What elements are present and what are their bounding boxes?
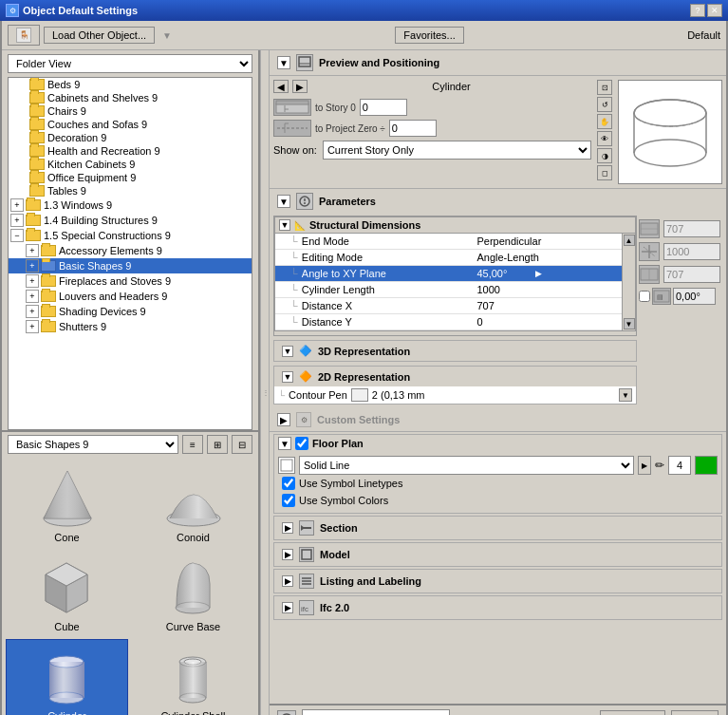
load-object-button[interactable]: Load Other Object... bbox=[44, 27, 155, 44]
help-button[interactable]: ? bbox=[690, 4, 705, 17]
expand-icon[interactable]: + bbox=[26, 320, 39, 333]
tree-item-basic-shapes[interactable]: + Basic Shapes 9 bbox=[9, 258, 252, 273]
listing-section[interactable]: ▶ Listing and Labeling bbox=[273, 569, 722, 593]
model-collapse-btn[interactable]: ▶ bbox=[282, 549, 293, 560]
param-row-dist-x[interactable]: └Distance X 707 bbox=[275, 298, 635, 314]
2d-collapse-btn[interactable]: ▼ bbox=[282, 371, 293, 383]
value-input-2[interactable] bbox=[663, 243, 720, 260]
large-grid-btn[interactable]: ⊟ bbox=[232, 435, 252, 454]
angle-checkbox[interactable] bbox=[639, 291, 650, 302]
value-input-3[interactable] bbox=[663, 266, 720, 283]
render-btn[interactable]: ◻ bbox=[597, 165, 612, 180]
3d-rep-section[interactable]: ▼ 🔷 3D Representation bbox=[273, 340, 637, 362]
tree-item-shading[interactable]: + Shading Devices 9 bbox=[9, 304, 252, 319]
object-type-icon-btn[interactable]: 🪑 bbox=[8, 25, 40, 46]
shape-cylinder[interactable]: Cylinder bbox=[6, 639, 128, 715]
expand-icon[interactable]: + bbox=[26, 244, 39, 257]
project-zero-input[interactable] bbox=[389, 120, 437, 137]
param-row-length[interactable]: └Cylinder Length 1000 bbox=[275, 282, 635, 298]
3d-collapse-btn[interactable]: ▼ bbox=[282, 346, 293, 357]
param-row-end-mode[interactable]: └End Mode Perpendicular bbox=[275, 234, 635, 250]
shape-cone[interactable]: Cone bbox=[6, 461, 128, 546]
line-dropdown-arrow[interactable]: ▶ bbox=[638, 456, 651, 475]
param-row-angle[interactable]: └Angle to XY Plane 45,00°▶ bbox=[275, 266, 635, 282]
panel-divider[interactable]: ⋮ bbox=[260, 50, 270, 715]
show-on-dropdown[interactable]: Current Story Only bbox=[323, 141, 591, 160]
custom-collapse-btn[interactable]: ▶ bbox=[277, 413, 290, 426]
ifc-section[interactable]: ▶ ifc Ifc 2.0 bbox=[273, 595, 722, 620]
expand-icon[interactable]: + bbox=[26, 290, 39, 303]
list-view-btn[interactable]: ≡ bbox=[182, 435, 203, 454]
struct-collapse-btn[interactable]: ▼ bbox=[279, 219, 290, 231]
tree-item-shutters[interactable]: + Shutters 9 bbox=[9, 319, 252, 334]
zoom-fit-btn[interactable]: ⊡ bbox=[597, 80, 612, 95]
section-collapse-btn[interactable]: ▶ bbox=[282, 522, 293, 534]
contour-pen-scroll-down[interactable]: ▼ bbox=[619, 388, 632, 402]
color-box[interactable] bbox=[695, 456, 718, 475]
custom-settings-section[interactable]: ▶ ⚙ Custom Settings bbox=[270, 408, 726, 432]
next-object-btn[interactable]: ▶ bbox=[292, 80, 308, 93]
params-collapse-btn[interactable]: ▼ bbox=[277, 195, 290, 208]
line-type-dropdown[interactable]: Solid Line bbox=[299, 456, 634, 475]
2d-rep-header[interactable]: ▼ 🔶 2D Representation bbox=[274, 367, 636, 386]
params-scroll-down[interactable]: ▼ bbox=[624, 318, 635, 329]
expand-icon[interactable]: + bbox=[26, 274, 39, 288]
shape-cylinder-shell[interactable]: Cylinder Shell bbox=[132, 639, 254, 715]
grid-view-btn[interactable]: ⊞ bbox=[207, 435, 228, 454]
shade-btn[interactable]: ◑ bbox=[597, 148, 612, 163]
folder-view-dropdown[interactable]: Folder View bbox=[8, 54, 252, 73]
tree-item-tables[interactable]: Tables 9 bbox=[9, 184, 252, 198]
model-section[interactable]: ▶ Model bbox=[273, 542, 722, 567]
tree-item-windows[interactable]: + 1.3 Windows 9 bbox=[9, 198, 252, 213]
tree-item-cabinets[interactable]: Cabinets and Shelves 9 bbox=[9, 91, 252, 104]
contour-pen-swatch[interactable] bbox=[351, 388, 368, 402]
view-btn[interactable]: 👁 bbox=[597, 131, 612, 146]
expand-icon[interactable]: + bbox=[10, 198, 24, 212]
title-bar: ⚙ Object Default Settings ? ✕ bbox=[0, 0, 728, 21]
tree-item-office[interactable]: Office Equipment 9 bbox=[9, 171, 252, 184]
params-scroll-up[interactable]: ▲ bbox=[624, 235, 635, 246]
floor-plan-checkbox[interactable] bbox=[295, 437, 308, 450]
tree-item-couches[interactable]: Couches and Sofas 9 bbox=[9, 118, 252, 131]
value-input-1[interactable] bbox=[663, 220, 720, 237]
tree-item-decoration[interactable]: Decoration 9 bbox=[9, 131, 252, 144]
expand-icon[interactable]: + bbox=[26, 305, 39, 318]
angle-value-input[interactable] bbox=[673, 288, 716, 305]
shape-curve-base[interactable]: Curve Base bbox=[132, 550, 254, 635]
ok-button[interactable]: OK bbox=[671, 710, 719, 715]
favorites-button[interactable]: Favorites... bbox=[395, 27, 463, 44]
use-symbol-colors-checkbox[interactable] bbox=[282, 494, 295, 507]
floor-plan-collapse-btn[interactable]: ▼ bbox=[278, 437, 291, 450]
expand-icon[interactable]: + bbox=[10, 214, 24, 227]
tree-item-kitchen[interactable]: Kitchen Cabinets 9 bbox=[9, 158, 252, 171]
param-row-editing-mode[interactable]: └Editing Mode Angle-Length bbox=[275, 250, 635, 266]
section-section[interactable]: ▶ Section bbox=[273, 516, 722, 540]
expand-icon[interactable]: + bbox=[26, 259, 39, 273]
close-button[interactable]: ✕ bbox=[707, 4, 722, 17]
tree-item-louvers[interactable]: + Louvers and Headers 9 bbox=[9, 289, 252, 304]
cancel-button[interactable]: Cancel bbox=[600, 710, 664, 715]
rotate-btn[interactable]: ↺ bbox=[597, 97, 612, 112]
tree-item-beds[interactable]: Beds 9 bbox=[9, 78, 252, 91]
struct-dim-header[interactable]: ▼ 📐 Structural Dimensions bbox=[274, 216, 636, 233]
tree-item-health[interactable]: Health and Recreation 9 bbox=[9, 144, 252, 158]
pan-btn[interactable]: ✋ bbox=[597, 114, 612, 129]
param-row-dist-y[interactable]: └Distance Y 0 bbox=[275, 314, 635, 330]
param-value: 1000 bbox=[473, 282, 635, 298]
shape-cube[interactable]: Cube bbox=[6, 550, 128, 635]
ifc-collapse-btn[interactable]: ▶ bbox=[282, 602, 293, 613]
prev-object-btn[interactable]: ◀ bbox=[273, 80, 289, 93]
shape-conoid[interactable]: Conoid bbox=[132, 461, 254, 546]
tree-item-accessory[interactable]: + Accessory Elements 9 bbox=[9, 243, 252, 258]
category-dropdown[interactable]: Basic Shapes 9 bbox=[8, 435, 178, 454]
tree-item-building[interactable]: + 1.4 Building Structures 9 bbox=[9, 213, 252, 228]
tree-item-special[interactable]: − 1.5 Special Constructions 9 bbox=[9, 228, 252, 243]
category-dropdown[interactable]: 👁 Furniture & Equipment ▼ bbox=[302, 709, 450, 715]
use-symbol-linetypes-checkbox[interactable] bbox=[282, 477, 295, 490]
tree-item-chairs[interactable]: Chairs 9 bbox=[9, 104, 252, 118]
expand-icon[interactable]: − bbox=[10, 229, 24, 242]
preview-collapse-btn[interactable]: ▼ bbox=[277, 56, 290, 69]
story-input[interactable] bbox=[360, 99, 407, 116]
listing-collapse-btn[interactable]: ▶ bbox=[282, 575, 293, 587]
tree-item-fireplaces[interactable]: + Fireplaces and Stoves 9 bbox=[9, 273, 252, 289]
